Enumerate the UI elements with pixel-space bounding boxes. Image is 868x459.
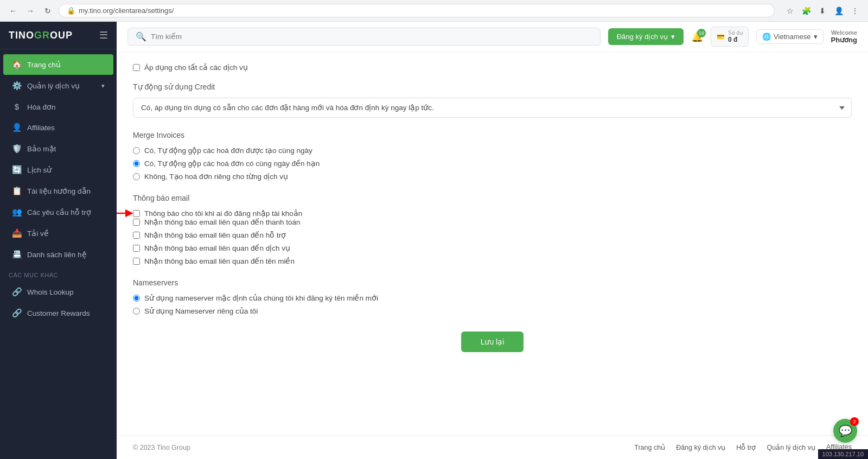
nameservers-title: Nameservers [133,278,852,287]
header-actions: Đăng ký dịch vụ ▾ 🔔 19 💳 Số dư 0 đ 🌐 [608,27,857,47]
support-icon: 👥 [12,207,22,217]
merge-radio-2[interactable] [133,160,140,167]
sidebar: TINOGROUP ☰ 🏠 Trang chủ ⚙️ Quản lý dịch … [0,22,117,459]
email-checkbox-4[interactable] [133,245,140,252]
user-name: Phương [831,36,858,44]
email-option-2-label: Nhận thông báo email liên quan đến thanh… [144,218,300,226]
search-input[interactable] [151,33,592,41]
sidebar-item-label: Tải về [27,229,49,238]
ns-option-1-label: Sử dụng nameserver mặc định của chúng tô… [144,294,378,302]
sidebar-item-cac-yeu-cau-ho-tro[interactable]: 👥 Các yêu cầu hỗ trợ [3,202,113,222]
language-label: Vietnamese [774,33,810,41]
merge-option-2-row: Có, Tự động gộp các hoá đơn có cùng ngày… [133,159,852,168]
email-option-5-label: Nhận thông báo email liên quan đến tên m… [144,257,295,265]
sidebar-item-tai-ve[interactable]: 📥 Tải về [3,223,113,244]
rewards-icon: 🔗 [12,308,22,318]
sidebar-item-hoa-don[interactable]: $ Hóa đơn [3,97,113,117]
bookmark-icon[interactable]: ☆ [783,4,796,17]
sidebar-item-bao-mat[interactable]: 🛡️ Bảo mật [3,138,113,159]
search-box[interactable]: 🔍 [127,28,601,46]
apply-all-checkbox[interactable] [133,64,140,71]
other-section-label: CÁC MỤC KHÁC [0,265,117,281]
footer-link-dang-ky-dich-vu[interactable]: Đăng ký dịch vụ [676,443,725,451]
balance-label: Số dư [728,30,743,36]
notification-button[interactable]: 🔔 19 [691,31,703,43]
auto-credit-select[interactable]: Có, áp dụng tín dụng có sẵn cho các đơn … [133,98,852,118]
ns-option-1-row: Sử dụng nameserver mặc định của chúng tô… [133,294,852,302]
link-icon: 🔗 [12,287,22,297]
chevron-down-icon: ▾ [814,33,818,41]
apply-all-label: Áp dụng cho tất cả các dịch vụ [144,63,248,72]
email-checkbox-5[interactable] [133,258,140,265]
home-icon: 🏠 [12,60,22,69]
download-nav-icon: 📥 [12,228,22,238]
email-option-1-label: Thông báo cho tôi khi ai đó đăng nhập tà… [144,209,302,218]
sidebar-item-label: Bảo mật [27,144,56,153]
welcome-box: Welcome Phương [831,29,858,44]
sidebar-item-label: Lịch sử [27,165,52,174]
menu-icon[interactable]: ⋮ [848,4,861,17]
footer-link-quan-ly-dich-vu[interactable]: Quản lý dịch vụ [767,443,815,451]
email-checkbox-3[interactable] [133,232,140,239]
sidebar-item-quan-ly-dich-vu[interactable]: ⚙️ Quản lý dịch vụ ▾ [3,75,113,96]
docs-icon: 📋 [12,186,22,196]
reload-button[interactable]: ↻ [41,4,54,17]
chat-badge: 2 [850,417,859,426]
sidebar-item-label: Customer Rewards [27,309,90,317]
register-label: Đăng ký dịch vụ [617,33,668,41]
footer-link-ho-tro[interactable]: Hỗ trợ [736,443,756,451]
welcome-label: Welcome [831,29,858,36]
chevron-down-icon: ▾ [101,82,105,90]
page-content: Áp dụng cho tất cả các dịch vụ Tự động s… [117,52,868,435]
logo-text: TINOGROUP [9,30,73,41]
footer-link-trang-chu[interactable]: Trang chủ [634,443,665,451]
email-option-4-row: Nhận thông báo email liên quan đến dịch … [133,244,852,252]
red-arrow-annotation [117,205,133,221]
email-notif-section: Thông báo email Thông báo [133,194,852,265]
email-option-2-row: Nhận thông báo email liên quan đến thanh… [133,218,852,226]
sidebar-item-label: Trang chủ [27,60,61,69]
language-selector[interactable]: 🌐 Vietnamese ▾ [756,29,823,44]
chat-bubble[interactable]: 💬 2 [833,419,857,443]
download-icon[interactable]: ⬇ [816,4,829,17]
email-option-3-row: Nhận thông báo email liên quan đến hỗ tr… [133,231,852,239]
header: 🔍 Đăng ký dịch vụ ▾ 🔔 19 💳 Số dư 0 đ [117,22,868,52]
sidebar-item-affiliates[interactable]: 👤 Affiliates [3,117,113,138]
email-option-1-inner: Thông báo cho tôi khi ai đó đăng nhập tà… [133,209,302,218]
page-footer: © 2023 Tino Group Trang chủ Đăng ký dịch… [117,435,868,459]
merge-invoices-title: Merge Invoices [133,131,852,139]
sidebar-item-trang-chu[interactable]: 🏠 Trang chủ [3,54,113,75]
contacts-icon: 📇 [12,250,22,259]
profile-icon[interactable]: 👤 [832,4,845,17]
merge-radio-3[interactable] [133,173,140,180]
lock-icon: 🔒 [67,7,75,15]
back-button[interactable]: ← [7,4,20,17]
extensions-icon[interactable]: 🧩 [800,4,813,17]
balance-box: 💳 Số dư 0 đ [711,27,749,47]
email-checkbox-1[interactable] [133,210,140,217]
sidebar-item-tai-lieu-huong-dan[interactable]: 📋 Tài liệu hướng dẫn [3,181,113,201]
email-checkbox-2[interactable] [133,219,140,226]
chevron-down-icon: ▾ [671,33,675,41]
sidebar-item-danh-sach-lien-he[interactable]: 📇 Danh sách liên hệ [3,244,113,265]
sidebar-item-label: Hóa đơn [27,103,56,111]
address-bar[interactable]: 🔒 my.tino.org/clientarea/settings/ [59,4,775,17]
ip-badge: 103.130.217.10 [818,449,868,459]
sidebar-item-customer-rewards[interactable]: 🔗 Customer Rewards [3,303,113,323]
ns-radio-1[interactable] [133,295,140,302]
hamburger-button[interactable]: ☰ [99,29,108,41]
sidebar-item-whois-lookup[interactable]: 🔗 Whois Lookup [3,282,113,302]
sidebar-item-label: Whois Lookup [27,288,74,296]
merge-radio-1[interactable] [133,147,140,154]
register-button[interactable]: Đăng ký dịch vụ ▾ [608,28,684,45]
sidebar-item-label: Tài liệu hướng dẫn [27,187,91,195]
ns-option-2-label: Sử dụng Nameserver riêng của tôi [144,307,258,315]
email-notif-title: Thông báo email [133,194,852,202]
save-button[interactable]: Lưu lại [461,331,524,352]
sidebar-item-label: Các yêu cầu hỗ trợ [27,208,91,216]
nameservers-section: Nameservers Sử dụng nameserver mặc định … [133,278,852,315]
sidebar-item-lich-su[interactable]: 🔄 Lịch sử [3,160,113,180]
forward-button[interactable]: → [24,4,37,17]
ns-radio-2[interactable] [133,308,140,315]
sidebar-item-label: Affiliates [27,124,55,132]
